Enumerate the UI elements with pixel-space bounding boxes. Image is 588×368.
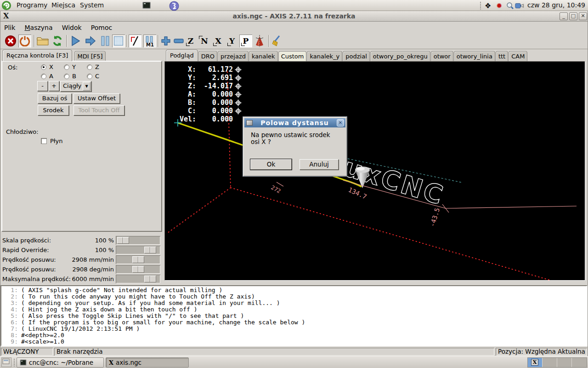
override-slider[interactable] — [116, 255, 160, 264]
set-offset-button[interactable]: Ustaw Offset — [74, 93, 120, 104]
reload-button[interactable] — [51, 34, 64, 47]
maximize-button[interactable]: □ — [569, 12, 577, 20]
override-slider[interactable] — [116, 275, 160, 283]
view-z2-button[interactable]: N — [198, 34, 211, 47]
jog-minus-button[interactable]: - — [37, 81, 48, 91]
jog-plus-button[interactable]: + — [49, 81, 59, 91]
gcode-line[interactable]: 8:#<depth>=2.0 — [1, 332, 587, 339]
axis-radio-c[interactable]: C — [87, 73, 99, 80]
ok-button[interactable]: Ok — [250, 159, 292, 170]
update-alert-icon[interactable]: ✹ — [496, 2, 504, 10]
combobox-arrow-icon[interactable]: ▼ — [83, 82, 90, 91]
tab-manual-control[interactable]: Ręczna kontrola [F3] — [2, 50, 72, 61]
radio-icon[interactable] — [87, 64, 92, 70]
pause-button[interactable] — [99, 34, 112, 47]
preview-canvas[interactable]: uxCNC 134.7 -43.5 272 X:61.172Y:2.691Z:-… — [164, 61, 585, 281]
step-button[interactable] — [84, 34, 97, 47]
view-y-button[interactable]: Y — [226, 34, 238, 47]
axis-radio-y[interactable]: Y — [64, 63, 76, 70]
gcode-line[interactable]: 6:( If the program is too big or small f… — [1, 319, 587, 326]
gcode-line[interactable]: 4:( Hint jog the Z axis down a bit then … — [1, 306, 587, 313]
gcode-text-area[interactable]: 1:( AXIS "splash g-code" Not intended fo… — [0, 285, 588, 346]
applications-menu-icon[interactable] — [1, 0, 11, 11]
override-slider[interactable] — [116, 265, 160, 274]
slider-handle[interactable] — [144, 276, 156, 282]
minimize-button[interactable]: _ — [560, 12, 568, 20]
slider-handle[interactable] — [132, 256, 144, 263]
menu-system[interactable]: System — [76, 0, 107, 11]
tab-otwor[interactable]: otwor — [431, 51, 453, 61]
tab-podgląd[interactable]: Podgląd — [166, 50, 198, 61]
tab-otwory_po_okregu[interactable]: otwory_po_okregu — [370, 51, 430, 61]
workspace-1[interactable]: X — [528, 358, 543, 367]
menu-widok[interactable]: Widok — [58, 22, 85, 33]
view-x-button[interactable]: X — [212, 34, 225, 47]
dialog-close-icon[interactable]: ✕ — [337, 119, 344, 126]
panel-clock[interactable]: czw 28 gru, 10:49 — [527, 0, 585, 11]
terminal-launcher-icon[interactable] — [142, 1, 151, 10]
tab-kanalek[interactable]: kanalek — [249, 51, 278, 61]
window-titlebar[interactable]: X axis.ngc - AXIS 2.7.11 na frezarka _ □… — [0, 11, 588, 22]
zoom-out-button[interactable] — [172, 34, 185, 47]
tab-przejazd[interactable]: przejazd — [218, 51, 249, 61]
tab-otwory_linia[interactable]: otwory_linia — [454, 51, 495, 61]
tab-cam[interactable]: CAM — [509, 51, 527, 61]
dialog-titlebar[interactable]: Polowa dystansu ✕ — [244, 118, 345, 127]
gcode-line[interactable]: 5:( Also press the Toggle Skip Lines wit… — [1, 313, 587, 319]
gcode-line[interactable]: 2:( To run this code anyway you might ha… — [1, 293, 587, 300]
emacs-launcher-icon[interactable] — [169, 1, 179, 11]
magnifier-tray-icon[interactable] — [506, 2, 514, 10]
radio-icon[interactable] — [64, 74, 69, 79]
workspace-2[interactable] — [543, 358, 557, 367]
tab-custom[interactable]: Custom — [278, 51, 307, 61]
axis-radio-z[interactable]: Z — [87, 63, 99, 70]
radio-icon[interactable] — [87, 74, 92, 79]
override-slider[interactable] — [116, 246, 160, 254]
view-z-button[interactable]: Z — [184, 34, 197, 47]
gcode-line[interactable]: 9:#<scale>=1.0 — [1, 339, 587, 345]
radio-icon[interactable] — [41, 74, 46, 79]
axis-radio-x[interactable]: X — [41, 63, 53, 70]
cancel-button[interactable]: Anuluj — [300, 159, 339, 170]
show-desktop-button[interactable] — [1, 357, 11, 367]
view-perspective-button[interactable]: P — [239, 34, 252, 47]
menu-miejsca[interactable]: Miejsca — [48, 0, 79, 11]
slider-handle[interactable] — [132, 266, 144, 273]
slider-handle[interactable] — [144, 247, 156, 253]
toggle-skip-lines-button[interactable] — [129, 34, 141, 47]
slider-handle[interactable] — [117, 237, 129, 244]
taskbar-drag-handle[interactable] — [13, 358, 15, 367]
axis-radio-a[interactable]: A — [41, 73, 53, 80]
home-axis-button[interactable]: Bazuj oś — [38, 93, 72, 104]
estop-button[interactable] — [4, 34, 17, 47]
menu-plik[interactable]: Plik — [0, 22, 19, 33]
task-axis-window[interactable]: X axis.ngc — [106, 357, 189, 368]
tab-podzial[interactable]: podzial — [343, 51, 369, 61]
gcode-line[interactable]: 7:( LinuxCNC 19/1/2012 2:13:51 PM ) — [1, 326, 587, 332]
gcode-line[interactable]: 1:( AXIS "splash g-code" Not intended fo… — [1, 287, 587, 293]
clear-plot-button[interactable] — [271, 34, 284, 47]
tab-mdi[interactable]: MDI [F5] — [74, 51, 105, 61]
tool-touch-off-button[interactable]: Tool Touch Off — [74, 105, 124, 115]
rotate-view-button[interactable] — [253, 34, 266, 47]
override-slider[interactable] — [116, 236, 160, 245]
task-terminal-window[interactable]: cnc@cnc: ~/Pobrane — [17, 357, 104, 368]
menu-pomoc[interactable]: Pomoc — [87, 22, 116, 33]
radio-icon[interactable] — [41, 64, 46, 70]
run-button[interactable] — [69, 34, 82, 47]
close-button[interactable]: ✕ — [579, 12, 587, 20]
jog-mode-combobox[interactable]: Ciągły ▼ — [60, 81, 91, 92]
radio-icon[interactable] — [64, 64, 69, 70]
tab-dro[interactable]: DRO — [198, 51, 217, 61]
menu-programy[interactable]: Programy — [13, 0, 51, 11]
open-file-button[interactable] — [36, 34, 49, 47]
center-button[interactable]: Srodek — [38, 105, 69, 115]
checkbox-icon[interactable] — [41, 138, 47, 144]
coolant-checkbox[interactable]: Płyn — [41, 138, 62, 144]
workspace-switcher[interactable]: X — [527, 357, 587, 368]
battery-tray-icon[interactable] — [515, 2, 525, 10]
gcode-line[interactable]: 3:( depending on your setup. As if you h… — [1, 300, 587, 306]
machine-power-button[interactable] — [18, 34, 31, 47]
axis-radio-b[interactable]: B — [64, 73, 76, 80]
workspace-3[interactable] — [557, 358, 572, 367]
